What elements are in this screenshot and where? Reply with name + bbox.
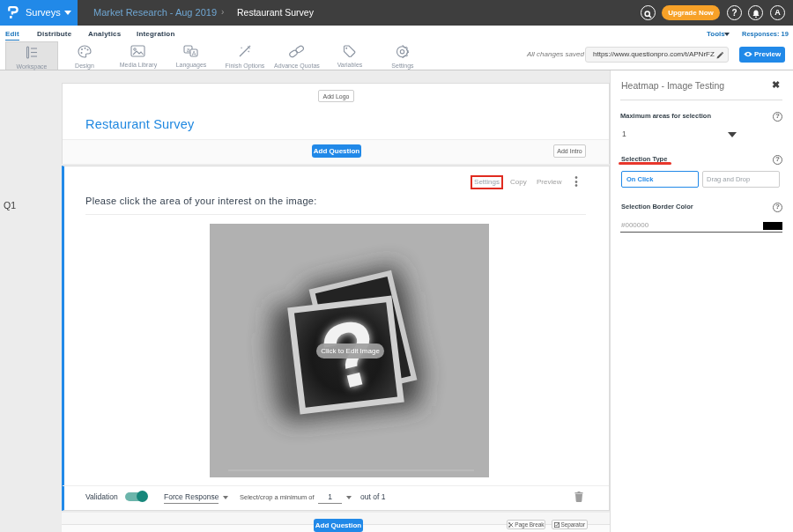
svg-text:a: a	[187, 47, 190, 53]
svg-text:A: A	[192, 50, 196, 56]
